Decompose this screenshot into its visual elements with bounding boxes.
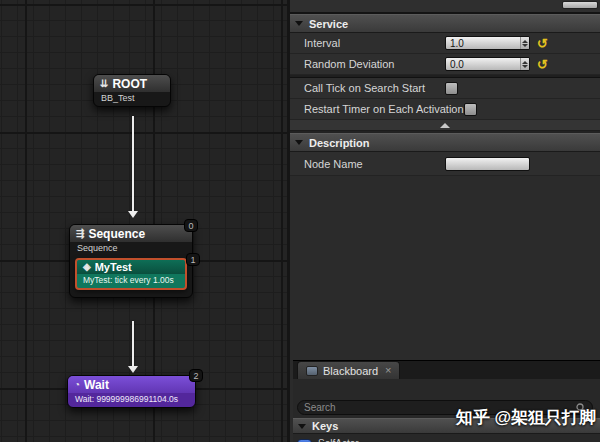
sequence-node[interactable]: ⇶ Sequence Sequence ◈ MyTest MyTest: tic… xyxy=(69,224,193,298)
category-service[interactable]: Service xyxy=(290,14,600,33)
blackboard-tab-label: Blackboard xyxy=(323,365,378,377)
mytest-node-subtitle: MyTest: tick every 1.00s xyxy=(77,274,185,288)
random-deviation-label: Random Deviation xyxy=(290,58,445,70)
spinner-arrows-icon[interactable] xyxy=(520,37,529,49)
watermark-text: 知乎 @架狙只打脚 xyxy=(456,406,596,429)
wait-clock-icon: ◔ xyxy=(74,380,80,390)
category-service-label: Service xyxy=(309,18,348,30)
behavior-tree-graph-canvas[interactable]: ⇊ ROOT BB_Test ⇶ Sequence Sequence ◈ MyT… xyxy=(0,0,287,442)
call-tick-checkbox[interactable] xyxy=(445,82,458,95)
execution-order-badge-2: 2 xyxy=(189,369,203,382)
key-name: SelfActor xyxy=(318,438,359,442)
wait-node-title: Wait xyxy=(84,378,109,392)
property-row-call-tick: Call Tick on Search Start xyxy=(290,78,600,99)
reset-to-default-button[interactable]: ↺ xyxy=(537,37,548,50)
mytest-icon: ◈ xyxy=(83,262,91,272)
mytest-node-header: ◈ MyTest xyxy=(77,260,185,274)
interval-value[interactable]: 1.0 xyxy=(446,37,520,49)
behavior-tree-editor: ⇊ ROOT BB_Test ⇶ Sequence Sequence ◈ MyT… xyxy=(0,0,600,442)
node-name-label: Node Name xyxy=(290,158,445,170)
random-deviation-spinbox[interactable]: 0.0 xyxy=(445,57,530,71)
details-clipped-top-row xyxy=(290,0,600,14)
reset-to-default-button[interactable]: ↺ xyxy=(537,58,548,71)
interval-spinbox[interactable]: 1.0 xyxy=(445,36,530,50)
sequence-node-header: ⇶ Sequence xyxy=(70,225,192,242)
property-row-restart-timer: Restart Timer on Each Activation xyxy=(290,99,600,120)
restart-timer-checkbox[interactable] xyxy=(464,103,477,116)
call-tick-label: Call Tick on Search Start xyxy=(290,82,445,94)
spinner-arrows-icon[interactable] xyxy=(520,58,529,70)
root-node-header: ⇊ ROOT xyxy=(94,75,170,92)
category-description[interactable]: Description xyxy=(290,133,600,152)
wait-node[interactable]: ◔ Wait Wait: 999999986991104.0s xyxy=(67,375,196,408)
mytest-node-title: MyTest xyxy=(95,261,132,273)
chevron-down-icon xyxy=(295,140,303,145)
blackboard-tab-bar: Blackboard × xyxy=(293,360,600,379)
advanced-properties-expander[interactable] xyxy=(290,120,600,131)
property-row-node-name: Node Name xyxy=(290,152,600,176)
chevron-down-icon xyxy=(295,21,303,26)
edge-arrowhead-sequence xyxy=(128,211,138,218)
mytest-service-node[interactable]: ◈ MyTest MyTest: tick every 1.00s xyxy=(75,258,187,290)
sequence-node-subtitle: Sequence xyxy=(70,242,192,256)
category-description-label: Description xyxy=(309,137,370,149)
wait-node-subtitle: Wait: 999999986991104.0s xyxy=(68,393,195,407)
sequence-icon: ⇶ xyxy=(76,229,84,239)
edge-arrowhead-wait xyxy=(128,366,138,373)
details-panel: Service Interval 1.0 ↺ Random Deviation … xyxy=(287,0,600,442)
interval-label: Interval xyxy=(290,37,445,49)
execution-order-badge-0: 0 xyxy=(184,219,198,232)
execution-order-badge-1: 1 xyxy=(186,253,200,266)
edge-root-to-sequence xyxy=(132,116,134,212)
sequence-node-title: Sequence xyxy=(88,227,145,241)
root-icon: ⇊ xyxy=(100,79,108,89)
property-row-random-deviation: Random Deviation 0.0 ↺ xyxy=(290,54,600,75)
root-node-subtitle: BB_Test xyxy=(94,92,170,106)
details-empty-area xyxy=(290,176,600,360)
chevron-up-icon xyxy=(440,123,450,128)
property-row-interval: Interval 1.0 ↺ xyxy=(290,33,600,54)
edge-sequence-to-wait xyxy=(132,321,134,367)
blackboard-key-selfactor[interactable]: SelfActor xyxy=(297,436,600,442)
category-keys-label: Keys xyxy=(312,420,338,432)
restart-timer-label: Restart Timer on Each Activation xyxy=(290,103,464,115)
random-deviation-value[interactable]: 0.0 xyxy=(446,58,520,70)
object-key-type-icon xyxy=(297,439,312,442)
chevron-down-icon xyxy=(298,424,306,429)
wait-node-header: ◔ Wait xyxy=(68,376,195,393)
root-node-title: ROOT xyxy=(112,77,147,91)
node-name-field[interactable] xyxy=(445,157,530,171)
root-node[interactable]: ⇊ ROOT BB_Test xyxy=(93,74,171,107)
scrollbar-thumb[interactable] xyxy=(562,1,598,9)
tab-blackboard[interactable]: Blackboard × xyxy=(297,361,400,379)
blackboard-tab-icon xyxy=(306,366,318,376)
close-tab-icon[interactable]: × xyxy=(383,365,391,376)
